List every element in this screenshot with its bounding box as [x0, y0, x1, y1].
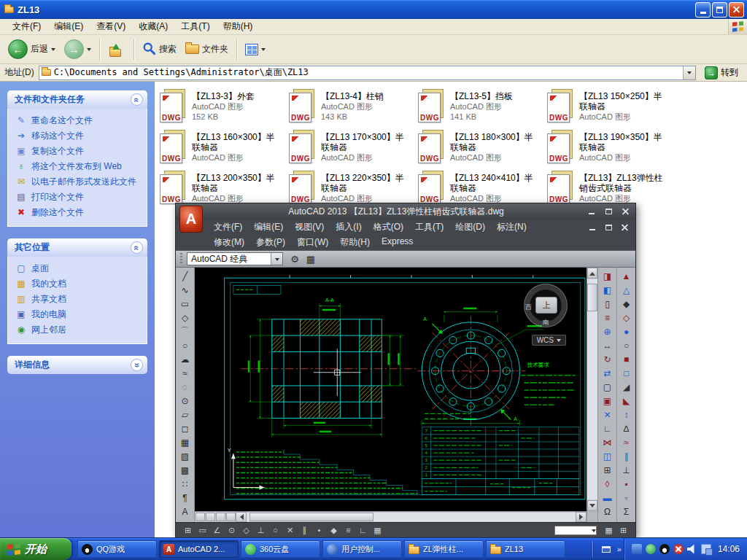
task-item[interactable]: ▤ 打印这个文件 [14, 190, 144, 205]
place-item[interactable]: ▢ 桌面 [14, 261, 144, 276]
menu-item[interactable]: 标注(N) [491, 219, 533, 235]
vertical-scrollbar[interactable] [587, 268, 597, 522]
close-button[interactable] [729, 2, 744, 18]
menu-item[interactable]: Express [376, 235, 419, 250]
tool-icon[interactable]: ◊ [600, 477, 616, 491]
minimize-button[interactable] [695, 2, 711, 18]
tool-icon[interactable]: ⊥ [255, 524, 267, 536]
tool-icon[interactable]: ▯ [600, 297, 616, 311]
menu-item[interactable]: 文件(F) [6, 19, 47, 34]
taskbar-button[interactable]: A AutoCAD 2... [159, 540, 239, 558]
qq-tray-icon[interactable] [659, 544, 670, 554]
tool-icon[interactable]: ≡ [600, 311, 616, 324]
tool-icon[interactable]: ☁ [177, 352, 193, 366]
file-tasks-header[interactable]: 文件和文件夹任务 [7, 90, 147, 109]
tool-icon[interactable]: ↔ [600, 338, 616, 352]
file-tile[interactable]: DWG 【ZL13 160×300】半联轴器 AutoCAD 图形 [159, 130, 288, 171]
tool-icon[interactable]: ∷ [177, 477, 193, 491]
tool-icon[interactable]: ¶ [177, 491, 193, 505]
address-input[interactable]: C:\Documents and Settings\Administrator\… [39, 66, 696, 80]
tool-icon[interactable]: ⇄ [600, 366, 616, 380]
network-icon[interactable] [701, 544, 711, 554]
task-item[interactable]: ✖ 删除这个文件 [14, 205, 144, 220]
maximize-button[interactable] [712, 2, 727, 18]
viewcube-south-label[interactable]: 南 [543, 318, 549, 327]
tool-icon[interactable]: ▪ [619, 477, 635, 491]
scroll-up-button[interactable] [587, 268, 597, 279]
chevron-up-icon[interactable] [131, 93, 143, 106]
taskbar-button[interactable]: 用户控制... [322, 540, 402, 558]
task-item[interactable]: ✉ 以电子邮件形式发送此文件 [14, 174, 144, 190]
wcs-dropdown[interactable]: WCS [532, 335, 566, 346]
menu-item[interactable]: 编辑(E) [248, 219, 289, 235]
tool-icon[interactable]: ⌒ [177, 324, 193, 338]
tool-icon[interactable]: ▭ [196, 524, 209, 536]
tool-icon[interactable]: ● [619, 324, 635, 338]
minimize-button[interactable] [584, 206, 599, 217]
scroll-thumb[interactable] [587, 284, 597, 311]
menu-item[interactable]: 插入(I) [330, 219, 367, 235]
place-item[interactable]: ▣ 我的电脑 [14, 307, 144, 322]
tool-icon[interactable]: ⊕ [600, 324, 616, 338]
workspace-settings-gear-icon[interactable]: ⚙ [287, 252, 302, 266]
menu-item[interactable]: 参数(P) [250, 235, 291, 250]
security-icon[interactable] [673, 544, 684, 554]
tool-icon[interactable]: ↕ [619, 408, 635, 421]
tool-icon[interactable]: ≈ [619, 435, 635, 449]
workspace-dropdown[interactable]: AutoCAD 经典 [187, 252, 283, 265]
back-dropdown-caret[interactable] [51, 48, 55, 53]
tool-icon[interactable]: ◆ [619, 297, 635, 311]
tool-icon[interactable]: △ [619, 283, 635, 297]
tool-icon[interactable]: ▫ [619, 491, 635, 505]
start-button[interactable]: 开始 [0, 538, 71, 560]
horizontal-scrollbar[interactable] [195, 511, 587, 522]
place-item[interactable]: ▦ 我的文档 [14, 276, 144, 292]
tool-icon[interactable]: ▨ [177, 449, 193, 463]
other-places-header[interactable]: 其它位置 [7, 238, 147, 257]
taskbar-button[interactable]: QQ游戏 [77, 540, 157, 558]
taskbar-button[interactable]: ZL弹性柱... [404, 540, 484, 558]
task-item[interactable]: ➔ 移动这个文件 [14, 128, 144, 144]
tool-icon[interactable]: ∥ [298, 524, 311, 536]
search-button[interactable]: 搜索 [139, 40, 180, 59]
tool-icon[interactable]: ◇ [240, 524, 252, 536]
tool-icon[interactable]: ◣ [619, 394, 635, 408]
workspace-panel-icon[interactable]: ▦ [303, 252, 318, 266]
tool-icon[interactable]: ○ [619, 338, 635, 352]
layout-tab-button[interactable] [226, 513, 236, 521]
tool-icon[interactable]: ▩ [177, 463, 193, 477]
dropdown-arrow-icon[interactable] [271, 253, 282, 265]
layout-tab-button[interactable] [216, 513, 225, 521]
menu-item[interactable]: 文件(F) [208, 219, 248, 235]
tool-icon[interactable]: ∆ [619, 421, 635, 435]
tool-icon[interactable]: ◌ [177, 380, 193, 394]
views-dropdown-caret[interactable] [261, 48, 266, 53]
scroll-down-button[interactable] [587, 500, 597, 511]
messenger-icon[interactable] [632, 544, 642, 554]
tool-icon[interactable]: ▱ [177, 408, 193, 421]
tool-icon[interactable]: ▦ [177, 435, 193, 449]
menu-item[interactable]: 视图(V) [289, 219, 330, 235]
viewcube[interactable]: 西 上 南 [524, 284, 568, 327]
place-item[interactable]: ◉ 网上邻居 [14, 322, 144, 338]
menu-item[interactable]: 帮助(H) [334, 235, 376, 250]
menu-item[interactable]: 工具(T) [409, 219, 449, 235]
viewcube-top-button[interactable]: 上 [535, 297, 557, 314]
file-tile[interactable]: DWG 【ZL13-4】柱销 AutoCAD 图形 143 KB [288, 89, 417, 130]
menu-item[interactable]: 格式(O) [368, 219, 409, 235]
tool-icon[interactable]: ◨ [600, 269, 616, 283]
up-button[interactable] [104, 41, 129, 58]
back-button[interactable]: 后退 [4, 38, 59, 61]
chevron-down-icon[interactable] [131, 359, 143, 371]
document-minimize-button[interactable] [585, 222, 600, 233]
file-tile[interactable]: DWG 【ZL13 180×300】半联轴器 AutoCAD 图形 [417, 130, 546, 171]
views-button[interactable] [241, 42, 269, 57]
tool-icon[interactable]: ⊥ [619, 463, 635, 477]
tool-icon[interactable]: ∥ [619, 449, 635, 463]
menu-item[interactable]: 工具(T) [174, 19, 216, 34]
taskbar-button[interactable]: ZL13 [486, 540, 565, 558]
close-button[interactable] [618, 206, 632, 217]
tool-icon[interactable]: ▬ [600, 491, 616, 505]
go-button[interactable]: 转到 [700, 66, 743, 80]
file-tile[interactable]: DWG 【ZL13 170×300】半联轴器 AutoCAD 图形 [288, 130, 417, 171]
